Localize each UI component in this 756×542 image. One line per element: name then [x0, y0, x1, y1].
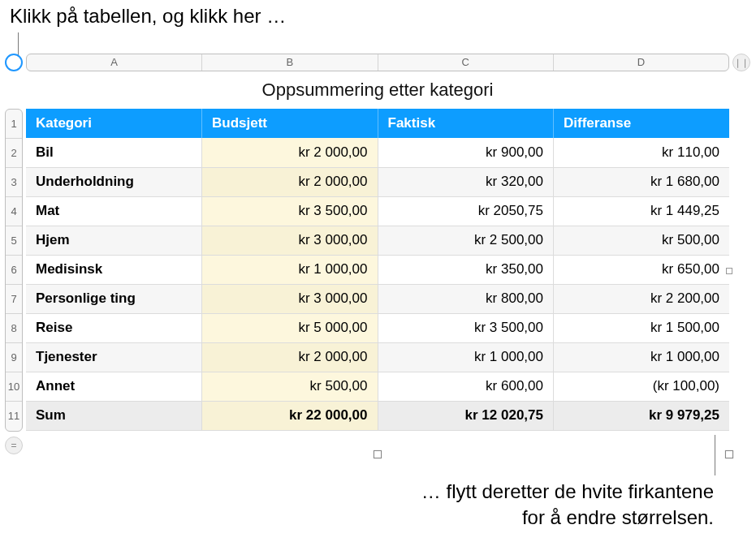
cell-budget[interactable]: kr 500,00	[202, 372, 378, 401]
resize-handle-bottom-mid[interactable]	[374, 450, 382, 458]
table-row[interactable]: Bilkr 2 000,00kr 900,00kr 110,00	[26, 138, 729, 167]
cell-budget[interactable]: kr 5 000,00	[202, 313, 378, 342]
cell-sum-budget[interactable]: kr 22 000,00	[202, 401, 378, 430]
callout-bottom-line2: for å endre størrelsen.	[421, 505, 714, 531]
row-header-1[interactable]: 1	[6, 110, 22, 139]
row-header-6[interactable]: 6	[6, 256, 22, 285]
table-title[interactable]: Oppsummering etter kategori	[26, 76, 729, 109]
cell-actual[interactable]: kr 2050,75	[378, 196, 554, 226]
summary-table[interactable]: Kategori Budsjett Faktisk Differanse Bil…	[26, 109, 729, 431]
table-row[interactable]: Medisinskkr 1 000,00kr 350,00kr 650,00	[26, 255, 729, 284]
table-row[interactable]: Underholdningkr 2 000,00kr 320,00kr 1 68…	[26, 167, 729, 196]
row-header-3[interactable]: 3	[6, 168, 22, 197]
cell-category[interactable]: Tjenester	[26, 342, 202, 372]
cell-budget[interactable]: kr 3 000,00	[202, 284, 378, 313]
add-row-handle[interactable]: =	[5, 437, 23, 454]
row-header-10[interactable]: 10	[6, 372, 22, 402]
row-header-7[interactable]: 7	[6, 285, 22, 314]
cell-category[interactable]: Bil	[26, 138, 202, 167]
table-row[interactable]: Reisekr 5 000,00kr 3 500,00kr 1 500,00	[26, 313, 729, 342]
table-row[interactable]: Matkr 3 500,00kr 2050,75kr 1 449,25	[26, 196, 729, 226]
row-headers[interactable]: 1 2 3 4 5 6 7 8 9 10 11	[5, 109, 23, 432]
header-actual[interactable]: Faktisk	[378, 109, 554, 138]
cell-difference[interactable]: kr 500,00	[554, 226, 730, 255]
add-column-handle[interactable]: ❘❘	[732, 54, 750, 71]
cell-edge-marker[interactable]	[726, 268, 732, 274]
table-body: Bilkr 2 000,00kr 900,00kr 110,00Underhol…	[26, 138, 729, 430]
callout-bottom-text: … flytt deretter de hvite firkantene for…	[421, 479, 714, 531]
cell-budget[interactable]: kr 2 000,00	[202, 138, 378, 167]
column-header-d[interactable]: D	[554, 54, 728, 71]
cell-category[interactable]: Medisinsk	[26, 255, 202, 284]
cell-actual[interactable]: kr 600,00	[378, 372, 554, 401]
cell-actual[interactable]: kr 800,00	[378, 284, 554, 313]
cell-budget[interactable]: kr 3 000,00	[202, 226, 378, 255]
table-sum-row[interactable]: Sumkr 22 000,00kr 12 020,75kr 9 979,25	[26, 401, 729, 430]
cell-actual[interactable]: kr 320,00	[378, 167, 554, 196]
cell-budget[interactable]: kr 2 000,00	[202, 342, 378, 372]
cell-difference[interactable]: kr 110,00	[554, 138, 730, 167]
row-header-8[interactable]: 8	[6, 314, 22, 343]
cell-category[interactable]: Underholdning	[26, 167, 202, 196]
cell-sum-label[interactable]: Sum	[26, 401, 202, 430]
cell-actual[interactable]: kr 350,00	[378, 255, 554, 284]
table-row[interactable]: Hjemkr 3 000,00kr 2 500,00kr 500,00	[26, 226, 729, 255]
header-category[interactable]: Kategori	[26, 109, 202, 138]
cell-category[interactable]: Hjem	[26, 226, 202, 255]
table-select-handle[interactable]	[5, 54, 23, 71]
cell-sum-diff[interactable]: kr 9 979,25	[554, 401, 730, 430]
callout-top-text: Klikk på tabellen, og klikk her …	[10, 5, 286, 28]
cell-budget[interactable]: kr 1 000,00	[202, 255, 378, 284]
cell-actual[interactable]: kr 900,00	[378, 138, 554, 167]
cell-difference[interactable]: kr 1 500,00	[554, 313, 730, 342]
column-header-bar: A B C D ❘❘	[5, 54, 750, 71]
cell-budget[interactable]: kr 3 500,00	[202, 196, 378, 226]
header-budget[interactable]: Budsjett	[202, 109, 378, 138]
row-header-2[interactable]: 2	[6, 139, 22, 168]
rows-icon: =	[11, 440, 16, 451]
cell-difference[interactable]: (kr 100,00)	[554, 372, 730, 401]
row-header-5[interactable]: 5	[6, 226, 22, 256]
spreadsheet-area: A B C D ❘❘ 1 2 3 4 5 6 7 8 9 10 11	[5, 54, 750, 454]
cell-category[interactable]: Personlige ting	[26, 284, 202, 313]
column-header-a[interactable]: A	[27, 54, 202, 71]
cell-category[interactable]: Reise	[26, 313, 202, 342]
cell-category[interactable]: Mat	[26, 196, 202, 226]
column-headers[interactable]: A B C D	[26, 54, 729, 71]
row-header-11[interactable]: 11	[6, 402, 22, 431]
table-row[interactable]: Tjenesterkr 2 000,00kr 1 000,00kr 1 000,…	[26, 342, 729, 372]
table-header-row[interactable]: Kategori Budsjett Faktisk Differanse	[26, 109, 729, 138]
column-header-b[interactable]: B	[202, 54, 378, 71]
columns-icon: ❘❘	[734, 58, 749, 68]
cell-actual[interactable]: kr 1 000,00	[378, 342, 554, 372]
table-body-wrap: Oppsummering etter kategori Kategori Bud…	[26, 76, 729, 454]
callout-leader-line-bottom	[715, 435, 715, 475]
resize-handle-bottom-right[interactable]	[725, 450, 733, 458]
cell-difference[interactable]: kr 1 000,00	[554, 342, 730, 372]
table-row[interactable]: Personlige tingkr 3 000,00kr 800,00kr 2 …	[26, 284, 729, 313]
row-header-4[interactable]: 4	[6, 197, 22, 226]
header-difference[interactable]: Differanse	[554, 109, 730, 138]
table-row[interactable]: Annetkr 500,00kr 600,00(kr 100,00)	[26, 372, 729, 401]
cell-difference[interactable]: kr 650,00	[554, 255, 730, 284]
cell-sum-actual[interactable]: kr 12 020,75	[378, 401, 554, 430]
cell-actual[interactable]: kr 3 500,00	[378, 313, 554, 342]
cell-difference[interactable]: kr 2 200,00	[554, 284, 730, 313]
cell-actual[interactable]: kr 2 500,00	[378, 226, 554, 255]
cell-budget[interactable]: kr 2 000,00	[202, 167, 378, 196]
cell-difference[interactable]: kr 1 680,00	[554, 167, 730, 196]
callout-bottom-line1: … flytt deretter de hvite firkantene	[421, 479, 714, 505]
row-header-9[interactable]: 9	[6, 343, 22, 372]
column-header-c[interactable]: C	[378, 54, 554, 71]
cell-category[interactable]: Annet	[26, 372, 202, 401]
cell-difference[interactable]: kr 1 449,25	[554, 196, 730, 226]
